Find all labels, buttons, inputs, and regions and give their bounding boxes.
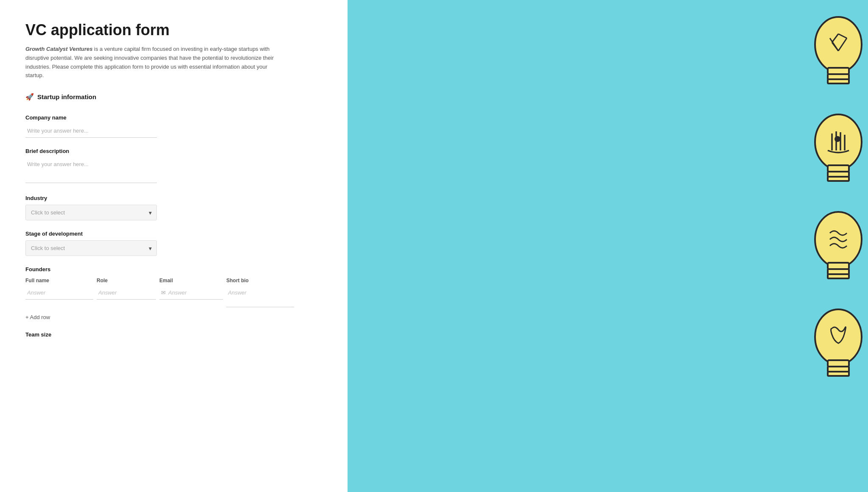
founders-label: Founders xyxy=(25,266,322,272)
bulb-container xyxy=(800,0,868,390)
company-name-input[interactable] xyxy=(25,124,157,138)
field-company-name: Company name xyxy=(25,114,322,138)
founder-role-input[interactable] xyxy=(97,286,156,300)
col-email: Email xyxy=(159,278,223,284)
industry-label: Industry xyxy=(25,195,322,201)
page-title: VC application form xyxy=(25,21,322,39)
svg-point-17 xyxy=(835,136,840,142)
col-full-name: Full name xyxy=(25,278,93,284)
email-icon: ✉ xyxy=(161,289,166,296)
bulb-4 xyxy=(800,305,868,390)
form-description: Growth Catalyst Ventures is a venture ca… xyxy=(25,45,280,80)
field-brief-description: Brief description xyxy=(25,148,322,185)
field-stage-development: Stage of development Click to select Ide… xyxy=(25,231,322,256)
form-panel: VC application form Growth Catalyst Vent… xyxy=(0,0,348,492)
bulb-1 xyxy=(800,13,868,97)
svg-point-22 xyxy=(815,309,862,364)
decorative-panel xyxy=(348,0,868,492)
company-name-label: Company name xyxy=(25,114,322,121)
founders-header-row: Full name Role Email Short bio xyxy=(25,278,288,284)
field-industry: Industry Click to select Technology Heal… xyxy=(25,195,322,220)
founder-email-wrapper: ✉ xyxy=(159,286,223,300)
founders-data-row: ✉ xyxy=(25,286,288,307)
svg-point-0 xyxy=(815,17,862,72)
svg-rect-23 xyxy=(828,360,849,367)
team-size-label: Team size xyxy=(25,331,322,338)
svg-rect-10 xyxy=(828,165,849,172)
bulb-2 xyxy=(800,110,868,195)
founders-section: Founders Full name Role Email Short bio … xyxy=(25,266,322,323)
stage-select-wrapper: Click to select Idea MVP Early Traction … xyxy=(25,240,157,256)
stage-development-label: Stage of development xyxy=(25,231,322,237)
stage-select[interactable]: Click to select Idea MVP Early Traction … xyxy=(25,240,157,256)
founder-email-input[interactable] xyxy=(168,289,221,296)
rocket-icon: 🚀 xyxy=(25,93,34,101)
col-role: Role xyxy=(97,278,156,284)
svg-point-9 xyxy=(815,114,862,170)
svg-rect-21 xyxy=(828,274,849,278)
svg-rect-12 xyxy=(828,177,849,181)
section-title-startup: Startup information xyxy=(37,93,96,100)
industry-select[interactable]: Click to select Technology Healthcare Fi… xyxy=(25,205,157,220)
founder-short-bio-input[interactable] xyxy=(226,286,294,307)
add-row-button[interactable]: + Add row xyxy=(25,311,50,323)
svg-rect-1 xyxy=(828,68,849,74)
brief-description-label: Brief description xyxy=(25,148,322,154)
founders-table: Full name Role Email Short bio ✉ xyxy=(25,278,288,307)
section-startup-info: 🚀 Startup information xyxy=(25,93,322,104)
svg-rect-19 xyxy=(828,263,849,269)
svg-rect-25 xyxy=(828,372,849,376)
industry-select-wrapper: Click to select Technology Healthcare Fi… xyxy=(25,205,157,220)
page-container: VC application form Growth Catalyst Vent… xyxy=(0,0,868,492)
bulb-3 xyxy=(800,208,868,292)
brief-description-input[interactable] xyxy=(25,158,157,183)
brand-name: Growth Catalyst Ventures xyxy=(25,46,92,52)
add-row-label: + Add row xyxy=(25,314,50,320)
founder-full-name-input[interactable] xyxy=(25,286,93,300)
svg-rect-3 xyxy=(828,79,849,83)
col-short-bio: Short bio xyxy=(226,278,294,284)
